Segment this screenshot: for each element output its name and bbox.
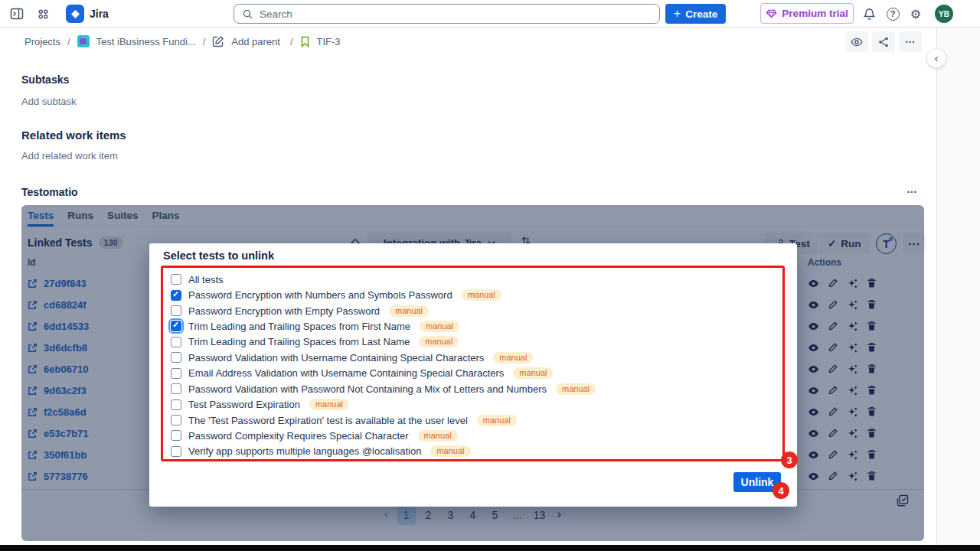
unlink-test-option[interactable]: Password Encryption with Numbers and Sym… bbox=[167, 287, 782, 302]
notifications-bell-icon[interactable] bbox=[858, 3, 880, 24]
create-button-label: Create bbox=[685, 8, 717, 20]
manual-tag-badge: manual bbox=[420, 321, 459, 332]
unlink-test-list: All tests Password Encryption with Numbe… bbox=[161, 266, 785, 461]
unlink-test-option[interactable]: Password Complexity Requires Special Cha… bbox=[167, 428, 782, 443]
collapsed-right-panel bbox=[936, 28, 980, 551]
checkbox[interactable] bbox=[171, 368, 181, 379]
unlink-test-option[interactable]: Email Address Validation with Username C… bbox=[167, 366, 782, 381]
checkbox[interactable] bbox=[171, 430, 181, 441]
checkbox[interactable] bbox=[171, 321, 181, 331]
test-name-label: The 'Test Password Expiration' test is a… bbox=[188, 415, 468, 426]
unlink-tests-modal: Select tests to unlink All tests Passwor… bbox=[149, 243, 797, 507]
checkbox[interactable] bbox=[171, 305, 181, 316]
premium-trial-button[interactable]: Premium trial bbox=[760, 3, 854, 24]
settings-gear-icon[interactable]: ⚙ bbox=[905, 3, 926, 24]
gem-icon bbox=[766, 8, 777, 19]
manual-tag-badge: manual bbox=[556, 383, 596, 395]
edit-icon bbox=[212, 35, 224, 47]
breadcrumb-issue-key[interactable]: TIF-3 bbox=[317, 36, 341, 47]
user-avatar[interactable]: YB bbox=[935, 5, 953, 23]
test-name-label: All tests bbox=[188, 274, 224, 285]
unlink-test-option[interactable]: Verify app supports multiple languages @… bbox=[167, 444, 782, 459]
checkbox[interactable] bbox=[171, 446, 181, 457]
checkbox[interactable] bbox=[171, 274, 181, 285]
screen-bottom-edge bbox=[0, 545, 980, 551]
unlink-test-option[interactable]: Password Validation with Username Contai… bbox=[167, 350, 782, 365]
breadcrumb-separator: / bbox=[67, 36, 70, 47]
bookmark-icon bbox=[300, 36, 310, 47]
checkbox[interactable] bbox=[171, 352, 181, 363]
related-work-items-heading: Related work items bbox=[21, 129, 126, 142]
test-name-label: Test Password Expiration bbox=[188, 399, 300, 410]
checkbox[interactable] bbox=[171, 337, 181, 347]
app-name: Jira bbox=[90, 8, 109, 20]
modal-title: Select tests to unlink bbox=[163, 249, 274, 262]
test-name-label: Email Address Validation with Username C… bbox=[188, 367, 504, 379]
search-input[interactable]: Search bbox=[234, 4, 660, 24]
add-subtask-link[interactable]: Add subtask bbox=[21, 96, 77, 107]
breadcrumb-projects[interactable]: Projects bbox=[24, 36, 60, 47]
manual-tag-badge: manual bbox=[419, 336, 459, 347]
breadcrumb-add-parent[interactable]: Add parent bbox=[231, 36, 280, 47]
manual-tag-badge: manual bbox=[513, 367, 553, 379]
help-icon[interactable]: ? bbox=[882, 3, 903, 24]
checkbox[interactable] bbox=[171, 415, 181, 425]
unlink-test-option[interactable]: Password Encryption with Empty Password … bbox=[167, 303, 782, 318]
breadcrumb-separator: / bbox=[290, 36, 293, 47]
test-name-label: Password Validation with Username Contai… bbox=[188, 352, 484, 364]
jira-logo-icon[interactable] bbox=[66, 5, 84, 23]
testomatio-more-icon[interactable]: ⋯ bbox=[906, 185, 918, 197]
testomatio-heading: Testomatio bbox=[21, 186, 78, 198]
search-placeholder: Search bbox=[260, 8, 292, 20]
unlink-test-option[interactable]: Password Validation with Password Not Co… bbox=[167, 381, 782, 396]
annotation-badge-3: 3 bbox=[781, 452, 798, 468]
unlink-test-option[interactable]: All tests bbox=[167, 272, 782, 287]
search-icon bbox=[242, 8, 253, 20]
manual-tag-badge: manual bbox=[309, 399, 349, 410]
checkbox[interactable] bbox=[171, 399, 181, 410]
unlink-test-option[interactable]: Trim Leading and Trailing Spaces from Fi… bbox=[167, 318, 782, 334]
breadcrumb: Projects / Test iBusiness Fundi... / Add… bbox=[24, 31, 341, 52]
manual-tag-badge: manual bbox=[477, 415, 517, 426]
test-name-label: Password Encryption with Empty Password bbox=[188, 305, 380, 317]
watch-eye-icon[interactable] bbox=[845, 31, 868, 52]
manual-tag-badge: manual bbox=[493, 352, 533, 364]
project-avatar-icon bbox=[77, 35, 90, 47]
manual-tag-badge: manual bbox=[462, 289, 501, 301]
manual-tag-badge: manual bbox=[389, 305, 429, 317]
test-name-label: Password Encryption with Numbers and Sym… bbox=[188, 289, 452, 301]
test-name-label: Trim Leading and Trailing Spaces from La… bbox=[188, 336, 410, 347]
unlink-test-option[interactable]: Test Password Expiration manual bbox=[167, 396, 782, 412]
app-switcher-icon[interactable] bbox=[32, 3, 54, 24]
test-name-label: Password Complexity Requires Special Cha… bbox=[188, 430, 409, 442]
more-actions-icon[interactable]: ⋯ bbox=[899, 31, 922, 52]
checkbox[interactable] bbox=[171, 383, 181, 394]
breadcrumb-separator: / bbox=[203, 36, 206, 47]
unlink-test-option[interactable]: The 'Test Password Expiration' test is a… bbox=[167, 412, 782, 428]
sidebar-toggle-icon[interactable] bbox=[6, 3, 28, 24]
breadcrumb-project-name[interactable]: Test iBusiness Fundi... bbox=[96, 36, 196, 47]
manual-tag-badge: manual bbox=[430, 445, 470, 457]
panel-collapse-chevron-icon[interactable]: ‹ bbox=[926, 48, 946, 68]
test-name-label: Password Validation with Password Not Co… bbox=[188, 383, 547, 395]
add-related-work-item-link[interactable]: Add related work item bbox=[21, 150, 118, 161]
test-name-label: Trim Leading and Trailing Spaces from Fi… bbox=[188, 321, 410, 332]
subtasks-heading: Subtasks bbox=[21, 73, 69, 86]
premium-trial-label: Premium trial bbox=[782, 8, 848, 19]
share-icon[interactable] bbox=[872, 31, 895, 52]
manual-tag-badge: manual bbox=[418, 430, 458, 442]
create-button[interactable]: + Create bbox=[665, 4, 726, 24]
test-name-label: Verify app supports multiple languages @… bbox=[188, 445, 421, 457]
plus-icon: + bbox=[674, 7, 681, 21]
top-navigation-bar: Jira Search + Create Premium trial ? ⚙ Y… bbox=[0, 0, 980, 28]
unlink-test-option[interactable]: Trim Leading and Trailing Spaces from La… bbox=[167, 334, 782, 350]
annotation-badge-4: 4 bbox=[773, 482, 789, 499]
checkbox[interactable] bbox=[171, 290, 181, 301]
